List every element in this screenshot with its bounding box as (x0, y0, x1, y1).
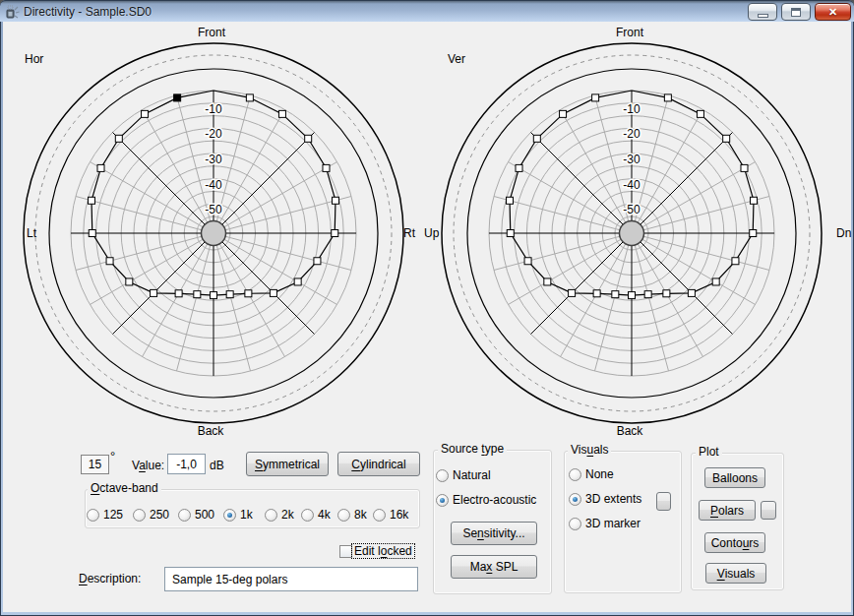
data-point-marker[interactable] (332, 197, 338, 204)
data-point-marker[interactable] (507, 197, 514, 204)
data-point-marker[interactable] (278, 110, 285, 117)
selected-data-point-marker[interactable] (174, 94, 181, 101)
radio-circle[interactable] (373, 509, 386, 522)
data-point-marker[interactable] (533, 135, 540, 142)
minimize-button[interactable] (748, 3, 777, 21)
radio-natural[interactable]: Natural (436, 468, 491, 482)
radio-circle[interactable] (569, 493, 581, 506)
radio-2k[interactable]: 2k (265, 508, 294, 522)
radio-500[interactable]: 500 (178, 508, 214, 522)
data-point-marker[interactable] (723, 135, 730, 142)
data-point-marker[interactable] (750, 230, 757, 237)
max-spl-button[interactable]: Max SPL (451, 555, 537, 579)
radio-circle[interactable] (265, 509, 277, 522)
radio-electro-acoustic[interactable]: Electro-acoustic (436, 493, 536, 507)
left-plot-lt-label: Lt (27, 226, 36, 240)
symmetrical-button[interactable]: Symmetrical (246, 452, 329, 476)
data-point-marker[interactable] (314, 258, 321, 265)
data-point-marker[interactable] (97, 164, 104, 171)
radio-circle[interactable] (223, 509, 236, 522)
angle-grid-line (214, 109, 285, 233)
data-point-marker[interactable] (332, 230, 338, 237)
data-point-marker[interactable] (507, 230, 514, 237)
radio-circle[interactable] (569, 518, 581, 530)
data-point-marker[interactable] (664, 94, 671, 101)
data-point-marker[interactable] (732, 258, 739, 265)
data-point-marker[interactable] (106, 258, 113, 265)
radio-125[interactable]: 125 (87, 508, 123, 522)
radio-8k[interactable]: 8k (337, 508, 367, 522)
contours-button[interactable]: Contours (704, 532, 765, 553)
data-point-marker[interactable] (211, 292, 217, 299)
data-point-marker[interactable] (629, 292, 636, 299)
data-point-marker[interactable] (270, 289, 276, 296)
data-point-marker[interactable] (612, 291, 619, 298)
balloons-button[interactable]: Balloons (704, 467, 765, 488)
data-point-marker[interactable] (142, 110, 149, 117)
close-button[interactable]: ✕ (815, 3, 851, 21)
data-point-marker[interactable] (560, 110, 567, 117)
data-point-marker[interactable] (294, 278, 301, 285)
data-point-marker[interactable] (592, 94, 599, 101)
radio-16k[interactable]: 16k (373, 508, 408, 522)
radio-250[interactable]: 250 (133, 508, 169, 522)
db-ring-label: -30 (623, 153, 640, 166)
radio-circle[interactable] (301, 509, 314, 522)
data-point-marker[interactable] (712, 278, 719, 285)
data-point-marker[interactable] (245, 290, 252, 297)
data-point-marker[interactable] (246, 94, 253, 101)
data-point-marker[interactable] (226, 291, 233, 298)
radio-3d-marker[interactable]: 3D marker (569, 517, 640, 530)
vertical-polar-plot[interactable]: -10-20-30-40-50 (435, 36, 828, 430)
data-point-marker[interactable] (89, 197, 95, 204)
data-point-marker[interactable] (544, 278, 551, 285)
3d-extents-options-button[interactable] (656, 492, 671, 511)
data-point-marker[interactable] (126, 278, 133, 285)
titlebar[interactable]: Directivity - Sample.SD0 ✕ (0, 0, 854, 22)
maximize-button[interactable] (781, 3, 811, 21)
data-point-marker[interactable] (115, 135, 122, 142)
radio-none[interactable]: None (569, 467, 614, 481)
data-point-marker[interactable] (151, 289, 157, 296)
cylindrical-button[interactable]: Cylindrical (337, 452, 420, 476)
horizontal-polar-plot[interactable]: -10-20-30-40-50 (17, 36, 410, 430)
radio-circle[interactable] (87, 509, 99, 522)
data-point-marker[interactable] (644, 291, 651, 298)
data-point-marker[interactable] (741, 164, 748, 171)
db-ring-label: -20 (623, 127, 640, 141)
radio-circle[interactable] (436, 469, 449, 482)
data-point-marker[interactable] (688, 289, 695, 296)
data-point-marker[interactable] (663, 290, 670, 297)
data-point-marker[interactable] (750, 197, 757, 204)
angle-grid-line (632, 162, 756, 234)
data-point-marker[interactable] (593, 290, 600, 297)
radio-circle[interactable] (436, 494, 449, 507)
data-point-marker[interactable] (194, 291, 201, 298)
data-point-marker[interactable] (569, 289, 576, 296)
description-label: Description: (79, 572, 141, 585)
radio-circle[interactable] (133, 509, 146, 522)
radio-3d-extents[interactable]: 3D extents (569, 492, 641, 506)
angle-grid-line (90, 162, 214, 234)
edit-locked-label[interactable]: Edit locked (351, 543, 415, 559)
polars-options-button[interactable] (761, 501, 776, 520)
right-plot-up-label: Up (424, 226, 439, 240)
data-point-marker[interactable] (697, 110, 703, 117)
radio-circle[interactable] (337, 509, 350, 522)
radio-circle[interactable] (178, 509, 191, 522)
radio-1k[interactable]: 1k (223, 508, 253, 522)
polars-button[interactable]: Polars (699, 500, 756, 521)
value-input[interactable] (167, 454, 206, 474)
angle-grid-line (632, 109, 703, 233)
sensitivity-button[interactable]: Sensitivity... (451, 522, 537, 545)
data-point-marker[interactable] (516, 164, 522, 171)
data-point-marker[interactable] (524, 258, 531, 265)
data-point-marker[interactable] (323, 164, 330, 171)
description-input[interactable] (164, 567, 418, 591)
radio-4k[interactable]: 4k (301, 508, 331, 522)
data-point-marker[interactable] (89, 230, 95, 237)
data-point-marker[interactable] (305, 135, 312, 142)
radio-circle[interactable] (569, 468, 581, 481)
visuals-button[interactable]: Visuals (705, 563, 766, 584)
data-point-marker[interactable] (175, 290, 182, 297)
